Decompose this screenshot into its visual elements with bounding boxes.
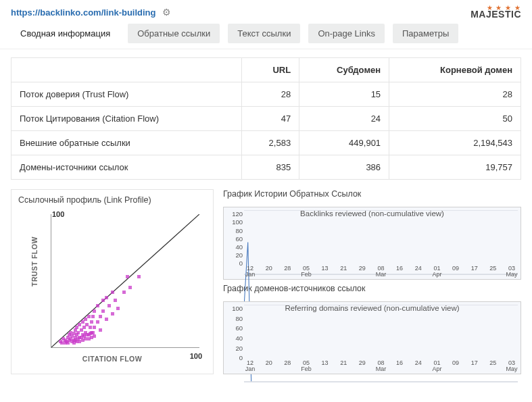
majestic-logo: ★ ★ ★ ★ MAJESTIC [470, 5, 521, 18]
xtick: 29 [356, 266, 368, 278]
xtick: 24 [412, 360, 425, 372]
xtick: 20 [263, 266, 275, 278]
backlinks-history-chart: Backlinks reviewed (non-cumulative view)… [223, 207, 521, 280]
scatter-point [114, 299, 117, 302]
scatter-point [116, 307, 120, 310]
table-row: Поток Цитирования (Citation Flow) 47 24 … [11, 107, 521, 131]
xtick: 09 [450, 360, 462, 372]
cell: 28 [389, 82, 521, 107]
xtick: 24 [412, 266, 425, 278]
cell: 2,194,543 [389, 131, 521, 155]
logo-text: MAJESTIC [470, 11, 521, 18]
xtick: 08Mar [374, 360, 387, 372]
backlinks-history-title: График Истории Обратных Ссылок [223, 189, 521, 199]
scatter-point [93, 326, 96, 329]
scatter-point [122, 291, 126, 294]
xtick: 13 [319, 266, 331, 278]
scatter-point [91, 315, 95, 318]
xtick: 28 [281, 266, 293, 278]
ytick: 0 [239, 354, 243, 361]
ytick: 80 [235, 315, 243, 322]
scatter-point [105, 318, 108, 321]
link-profile-panel: Ссылочный профиль (Link Profile) 100 TRU… [11, 189, 214, 374]
xtick: 28 [281, 360, 293, 372]
ytick: 100 [232, 218, 243, 226]
scatter-point [93, 334, 96, 338]
scatter-point [137, 275, 141, 278]
ytick: 60 [235, 324, 243, 332]
row-name: Внешние обратные ссылки [11, 131, 242, 155]
xtick: 01Apr [431, 266, 443, 278]
table-row: Внешние обратные ссылки 2,583 449,901 2,… [11, 131, 521, 155]
metrics-table: URL Субдомен Корневой домен Поток довери… [11, 57, 521, 180]
scatter-point [89, 326, 92, 329]
page-url-link[interactable]: https://backlinko.com/link-building [11, 7, 156, 18]
xtick: 03May [506, 360, 518, 372]
col-rootdomain: Корневой домен [389, 58, 521, 82]
xtick: 05Feb [300, 360, 312, 372]
scatter-point [126, 275, 129, 278]
xtick: 25 [487, 266, 499, 278]
scatter-xmax: 100 [190, 352, 202, 360]
table-row: Домены-источники ссылок 835 386 19,757 [11, 155, 521, 180]
scatter-point [90, 320, 93, 324]
tab-onpage-links[interactable]: On-page Links [308, 24, 385, 43]
ytick: 40 [235, 334, 243, 342]
ytick: 80 [235, 227, 243, 234]
cell: 835 [242, 155, 299, 180]
xtick: 29 [356, 360, 368, 372]
xtick: 05Feb [300, 266, 312, 278]
col-blank [11, 58, 242, 82]
scatter-point [101, 309, 105, 313]
xtick: 12Jan [244, 360, 256, 372]
row-name: Поток Цитирования (Citation Flow) [11, 107, 242, 131]
tab-anchor-text[interactable]: Текст ссылки [228, 24, 300, 43]
tab-backlinks[interactable]: Обратные ссылки [128, 24, 220, 43]
xtick: 03May [506, 266, 518, 278]
scatter-point [99, 315, 102, 318]
cell: 28 [242, 82, 299, 107]
ytick: 60 [235, 235, 243, 243]
col-subdomain: Субдомен [299, 58, 389, 82]
xtick: 12Jan [244, 266, 256, 278]
nav-tabs: Сводная информация Обратные ссылки Текст… [0, 21, 532, 49]
scatter-ylabel: TRUST FLOW [30, 236, 39, 286]
cell: 15 [299, 82, 389, 107]
tab-options[interactable]: Параметры [393, 24, 458, 43]
cell: 2,583 [242, 131, 299, 155]
scatter-point [96, 304, 99, 307]
ytick: 40 [235, 243, 243, 251]
cell: 47 [242, 107, 299, 131]
xtick: 01Apr [431, 360, 443, 372]
scatter-point [93, 309, 96, 313]
xtick: 17 [468, 266, 481, 278]
xtick: 08Mar [374, 266, 387, 278]
xtick: 21 [337, 360, 349, 372]
cell: 19,757 [389, 155, 521, 180]
row-name: Поток доверия (Trust Flow) [11, 82, 242, 107]
scatter-point [111, 291, 114, 294]
xtick: 13 [319, 360, 331, 372]
xtick: 16 [393, 266, 406, 278]
ytick: 120 [232, 210, 243, 218]
col-url: URL [242, 58, 299, 82]
xtick: 09 [450, 266, 462, 278]
scatter-point [87, 315, 91, 318]
ytick: 20 [235, 251, 243, 259]
xtick: 17 [468, 360, 481, 372]
xtick: 25 [487, 360, 499, 372]
xtick: 16 [393, 360, 406, 372]
table-row: Поток доверия (Trust Flow) 28 15 28 [11, 82, 521, 107]
link-profile-title: Ссылочный профиль (Link Profile) [18, 195, 206, 205]
scatter-point [96, 320, 99, 324]
scatter-point [128, 286, 132, 289]
scatter-point [91, 331, 95, 334]
scatter-plot [51, 214, 199, 348]
settings-icon[interactable]: ⚙ [162, 7, 171, 18]
refdomains-history-chart: Referring domains reviewed (non-cumulati… [223, 301, 521, 374]
scatter-xlabel: CITATION FLOW [82, 355, 142, 363]
cell: 449,901 [299, 131, 389, 155]
scatter-point [111, 312, 114, 316]
tab-summary[interactable]: Сводная информация [11, 24, 120, 43]
xtick: 20 [263, 360, 275, 372]
